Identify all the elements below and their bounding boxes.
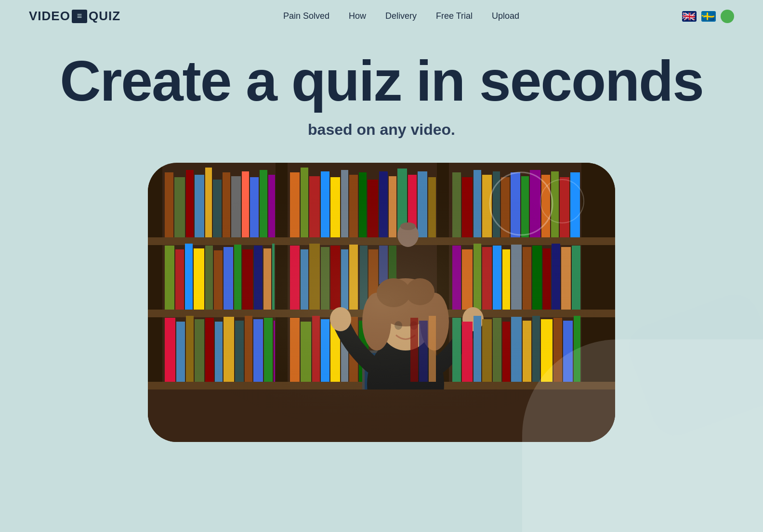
lang-switcher: 🇬🇧 🇸🇪 <box>682 10 734 23</box>
flag-uk-icon[interactable]: 🇬🇧 <box>682 11 697 22</box>
bg-decoration <box>522 339 763 532</box>
logo-text-quiz: QUIZ <box>89 9 120 24</box>
logo-icon: ≡ <box>72 10 87 23</box>
nav-how[interactable]: How <box>349 11 366 21</box>
nav-delivery[interactable]: Delivery <box>385 11 417 21</box>
lang-other-icon[interactable] <box>721 10 734 23</box>
flag-se-icon[interactable]: 🇸🇪 <box>701 11 716 22</box>
hero-subtitle: based on any video. <box>29 121 734 139</box>
hero-title: Create a quiz in seconds <box>29 52 734 111</box>
navbar: VIDEO ≡ QUIZ Pain Solved How Delivery Fr… <box>0 0 763 32</box>
logo[interactable]: VIDEO ≡ QUIZ <box>29 9 120 24</box>
nav-pain-solved[interactable]: Pain Solved <box>283 11 329 21</box>
nav-free-trial[interactable]: Free Trial <box>436 11 473 21</box>
logo-text-video: VIDEO <box>29 9 70 24</box>
nav-upload[interactable]: Upload <box>492 11 519 21</box>
nav-links: Pain Solved How Delivery Free Trial Uplo… <box>283 11 519 21</box>
